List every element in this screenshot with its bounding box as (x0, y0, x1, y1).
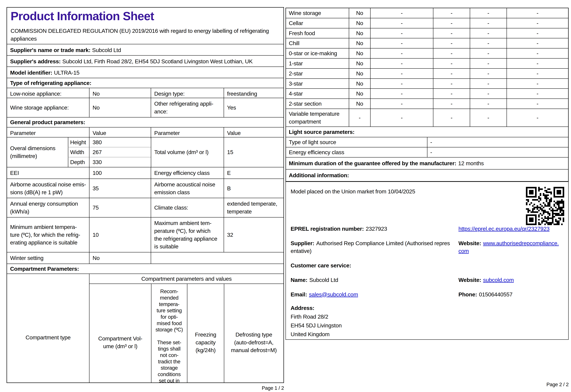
compartment-label: 2-star section (286, 99, 349, 109)
dimension-value: 330 (89, 157, 151, 167)
value-2: 32 (224, 218, 284, 252)
market-date-text: Model placed on the Union market from 10… (291, 188, 517, 196)
supplier-website-label: Website: (458, 240, 481, 246)
supplier-value: Authorised Rep Compliance Limited (Autho… (291, 240, 450, 254)
address-block: Address: Firth Road 28/2 EH54 5DJ Living… (291, 304, 564, 338)
light-source-row: Energy efficiency class - (286, 147, 568, 157)
supplier-name-row: Supplier's name or trade mark:Subcold Lt… (7, 44, 284, 55)
value-1: 75 (89, 198, 151, 217)
phone-value: 01506440557 (479, 291, 512, 298)
compartment-label: 0-star or ice-making (286, 48, 349, 58)
compartment-present: No (349, 48, 370, 58)
compartment-span-header: Compartment parameters and values (90, 274, 284, 284)
compartment-label: 3-star (286, 79, 349, 88)
compartment-present: - (349, 109, 370, 126)
compartment-type-header: Compartment type (7, 274, 89, 383)
care-website-label: Website: (458, 277, 481, 283)
parameter-row: Annual energy consumption (kWh/a) 75 Cli… (7, 198, 284, 217)
compartment-availability-row: Variable temperature compartment - - - -… (286, 109, 568, 126)
compartment-defrost-dash: - (507, 58, 568, 68)
value-header-1: Value (89, 127, 151, 139)
compartment-volume-dash: - (370, 18, 433, 28)
low-noise-label: Low-noise appliance: (7, 88, 89, 99)
compartment-freezing-dash: - (470, 48, 507, 58)
parameter-2: Maximum ambient tem- perature (ºC), for … (151, 218, 224, 252)
address-line-3: United Kingdom (291, 330, 564, 338)
page1-footer: Page 1 / 2 (7, 385, 284, 392)
eprel-link[interactable]: https://eprel.ec.europa.eu/qr/2327923 (458, 225, 549, 232)
compartment-defrost-dash: - (507, 8, 568, 18)
compartment-params-columns: Compartment parameters and values Compar… (89, 274, 284, 383)
compartment-present: No (349, 69, 370, 78)
low-noise-row: Low-noise appliance: No Design type: fre… (7, 88, 284, 98)
supplier-name-label: Supplier's name or trade mark: (10, 47, 90, 53)
total-volume-label: Total volume (dm³ or l) (151, 138, 224, 167)
customer-care-row: Customer care service: (291, 262, 564, 269)
parameter-row: Airborne acoustical noise emis- sions (d… (7, 179, 284, 198)
compartment-label: Fresh food (286, 28, 349, 38)
compartment-defrost-dash: - (507, 69, 568, 78)
wine-storage-value: No (89, 98, 151, 117)
parameter-header-2: Parameter (151, 127, 224, 139)
email-link[interactable]: sales@subcold.com (309, 291, 358, 298)
compartment-present: No (349, 28, 370, 38)
compartment-availability-row: 1-star No - - - - (286, 58, 568, 68)
guarantee-value: 12 months (458, 160, 484, 167)
value-1: 35 (89, 179, 151, 198)
page-title: Product Information Sheet (11, 9, 280, 23)
compartment-freezing-dash: - (470, 109, 507, 126)
other-appliance-label: Other refrigerating appli- ance: (151, 98, 224, 117)
supplier-address-value: Subcold Ltd, Firth Road 28/2, EH54 5DJ S… (62, 58, 253, 65)
compartment-availability-row: Chill No - - - - (286, 38, 568, 48)
compartment-column-headers: Compartment Vol- ume (dm³ or l) Recom- m… (90, 284, 284, 383)
eprel-number: 2327923 (366, 225, 387, 232)
compartment-availability-row: 0-star or ice-making No - - - - (286, 48, 568, 58)
value-1: 10 (89, 218, 151, 252)
compartment-present: No (349, 8, 370, 18)
low-noise-value: No (89, 88, 151, 99)
dimension-value: 267 (89, 147, 151, 157)
email-left: Email:sales@subcold.com (291, 291, 458, 298)
compartment-temp-dash: - (433, 38, 470, 48)
compartment-availability-row: 3-star No - - - - (286, 78, 568, 88)
parameter-2: Energy efficiency class (151, 167, 224, 179)
compartment-temp-dash: - (433, 18, 470, 28)
parameter-2: Climate class: (151, 198, 224, 217)
supplier-right: Website:www.authorisedrepcompliance. com (458, 239, 564, 255)
page2-footer: Page 2 / 2 (286, 381, 569, 388)
compartment-label: 4-star (286, 89, 349, 98)
parameter-1: EEI (7, 167, 89, 179)
supplier-row: Supplier:Authorised Rep Compliance Limit… (291, 239, 564, 255)
wine-storage-row: Wine storage appliance: No Other refrige… (7, 98, 284, 117)
supplier-address-row: Supplier's address:Subcold Ltd, Firth Ro… (7, 55, 284, 67)
type-of-appliance-header: Type of refrigerating appliance: (7, 78, 284, 88)
freezing-capacity-header: Freezing capacity (kg/24h) (187, 284, 224, 383)
compartment-freezing-dash: - (470, 79, 507, 88)
page-2-info-box: Model placed on the Union market from 10… (286, 182, 569, 340)
address-label: Address: (291, 304, 564, 312)
value-2: extended temperate, temperate (224, 198, 284, 217)
value-2: B (224, 179, 284, 198)
compartment-parameters-header: Compartment Parameters: (7, 264, 284, 274)
dimension-value: 380 (89, 138, 151, 147)
compartment-defrost-dash: - (507, 48, 568, 58)
compartment-label: Chill (286, 38, 349, 48)
compartment-volume-dash: - (370, 99, 433, 109)
compartment-temp-dash: - (433, 69, 470, 78)
page1-header: Product Information Sheet COMMISSION DEL… (7, 8, 284, 44)
compartment-defrost-dash: - (507, 109, 568, 126)
winter-setting-label: Winter setting (7, 252, 89, 264)
parameter-header-1: Parameter (7, 127, 89, 139)
guarantee-row: Minimum duration of the guarantee offere… (286, 157, 568, 169)
light-source-value: - (427, 137, 568, 147)
guarantee-label: Minimum duration of the guarantee offere… (289, 160, 456, 167)
name-value: Subcold Ltd (309, 277, 338, 283)
page-2-table: Wine storage No - - - - Cellar No - - - … (286, 8, 569, 202)
wine-storage-label: Wine storage appliance: (7, 98, 89, 117)
dimension-subrow: Height 380 (68, 138, 151, 147)
care-website-link[interactable]: subcold.com (483, 277, 514, 283)
light-source-header: Light source parameters: (286, 126, 568, 137)
compartment-volume-dash: - (370, 69, 433, 78)
compartment-present: No (349, 89, 370, 98)
dimensions-subtable: Height 380 Width 267 Depth 330 (68, 138, 151, 167)
